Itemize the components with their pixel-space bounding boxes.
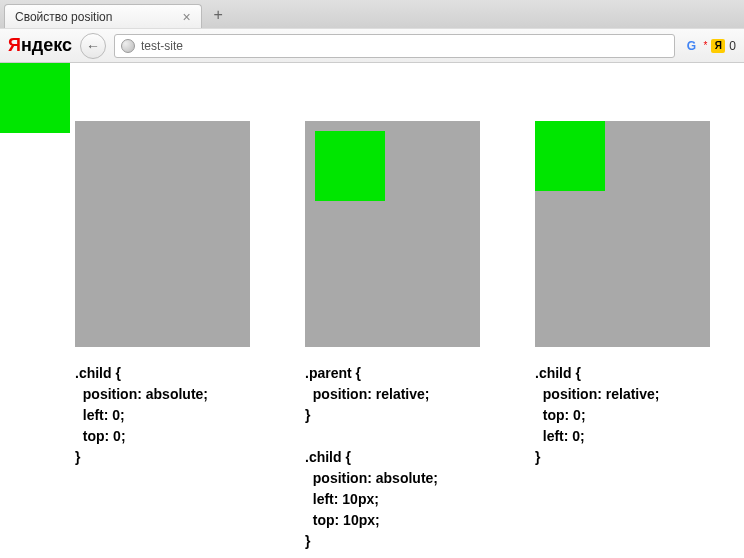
browser-tab[interactable]: Свойство position × xyxy=(4,4,202,28)
examples-row: .child { position: absolute; left: 0; to… xyxy=(0,121,744,552)
close-icon[interactable]: × xyxy=(182,10,190,24)
example1-child-box xyxy=(0,63,70,133)
example3-parent-box xyxy=(535,121,710,347)
star-icon: * xyxy=(703,40,707,51)
arrow-left-icon: ← xyxy=(86,38,100,54)
example-2: .parent { position: relative; } .child {… xyxy=(305,121,480,552)
page-content: .child { position: absolute; left: 0; to… xyxy=(0,63,744,558)
globe-icon xyxy=(121,39,135,53)
yandex-icon[interactable]: Я xyxy=(711,39,725,53)
browser-chrome: Свойство position × + Яндекс ← test-site… xyxy=(0,0,744,63)
new-tab-button[interactable]: + xyxy=(206,4,231,26)
extension-icons: G * Я 0 xyxy=(683,38,736,54)
example2-parent-box xyxy=(305,121,480,347)
tab-title: Свойство position xyxy=(15,10,112,24)
example-1: .child { position: absolute; left: 0; to… xyxy=(75,121,250,552)
example3-child-box xyxy=(535,121,605,191)
example2-code: .parent { position: relative; } .child {… xyxy=(305,363,480,552)
back-button[interactable]: ← xyxy=(80,33,106,59)
url-text: test-site xyxy=(141,39,183,53)
nav-bar: Яндекс ← test-site G * Я 0 xyxy=(0,28,744,62)
yandex-logo[interactable]: Яндекс xyxy=(8,35,72,56)
example3-code: .child { position: relative; top: 0; lef… xyxy=(535,363,710,468)
google-icon[interactable]: G xyxy=(683,38,699,54)
tab-bar: Свойство position × + xyxy=(0,0,744,28)
example-3: .child { position: relative; top: 0; lef… xyxy=(535,121,710,552)
example1-parent-box xyxy=(75,121,250,347)
example1-code: .child { position: absolute; left: 0; to… xyxy=(75,363,250,468)
ext-count: 0 xyxy=(729,39,736,53)
example2-child-box xyxy=(315,131,385,201)
url-bar[interactable]: test-site xyxy=(114,34,675,58)
